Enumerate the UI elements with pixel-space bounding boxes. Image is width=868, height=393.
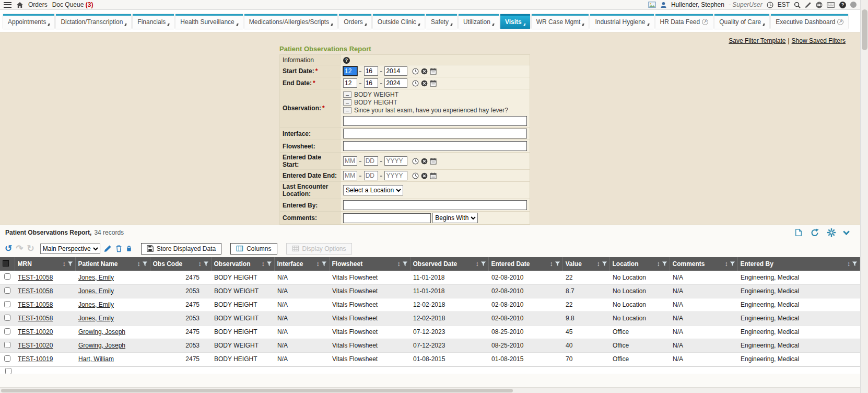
row-checkbox[interactable]	[4, 328, 10, 334]
row-checkbox[interactable]	[4, 355, 10, 362]
lock-icon[interactable]	[126, 245, 132, 252]
remove-observation-button[interactable]: –	[343, 99, 351, 106]
filter-icon[interactable]	[68, 261, 73, 267]
tab-dictation-transcription[interactable]: Dictation/Transcription	[56, 14, 131, 29]
filter-icon[interactable]	[322, 261, 326, 267]
entered-by-input[interactable]	[343, 200, 527, 210]
delete-perspective-icon[interactable]	[115, 245, 122, 252]
calendar-icon[interactable]	[430, 158, 437, 165]
time-picker-icon[interactable]	[412, 68, 419, 75]
filter-icon[interactable]	[403, 261, 407, 267]
column-header[interactable]: MRN ↕	[15, 257, 75, 271]
tab-executive-dashboard[interactable]: Executive Dashboard↗	[771, 14, 848, 29]
time-picker-icon[interactable]	[412, 172, 419, 179]
tab-medications-allergies-scripts[interactable]: Medications/Allergies/Scripts	[244, 14, 337, 29]
mrn-link[interactable]: TEST-10058	[18, 274, 53, 281]
tab-safety[interactable]: Safety	[426, 14, 457, 29]
column-header[interactable]: Entered By ↕	[737, 257, 860, 271]
calendar-icon[interactable]	[430, 68, 437, 75]
row-checkbox[interactable]	[4, 342, 10, 348]
row-checkbox[interactable]	[4, 287, 10, 294]
tab-visits[interactable]: Visits	[500, 14, 530, 29]
perspective-select[interactable]: Main Perspective	[40, 244, 100, 254]
show-saved-filters-link[interactable]: Show Saved Filters	[792, 37, 846, 44]
help-icon[interactable]: ?	[839, 2, 846, 8]
form-help-icon[interactable]: ?	[343, 57, 350, 64]
observation-search-input[interactable]	[343, 116, 527, 126]
column-header[interactable]: Value ↕	[562, 257, 609, 271]
sort-icon[interactable]: ↕	[657, 260, 660, 268]
row-checkbox[interactable]	[4, 315, 10, 321]
column-header[interactable]: Flowsheet ↕	[329, 257, 410, 271]
column-header[interactable]: Comments ↕	[670, 257, 737, 271]
mrn-link[interactable]: TEST-10019	[18, 355, 53, 363]
column-header[interactable]: Entered Date ↕	[488, 257, 562, 271]
sort-icon[interactable]: ↕	[137, 260, 140, 268]
collapse-chevron-icon[interactable]	[843, 228, 850, 235]
sort-icon[interactable]: ↕	[550, 260, 553, 268]
save-filter-template-link[interactable]: Save Filter Template	[729, 37, 785, 44]
topbar-doc-queue-menu[interactable]: Doc Queue (3)	[52, 1, 93, 8]
interface-input[interactable]	[343, 129, 527, 138]
hamburger-menu-icon[interactable]	[4, 2, 11, 8]
topbar-orders-menu[interactable]: Orders	[28, 1, 48, 8]
globe-icon[interactable]	[816, 2, 823, 8]
home-icon[interactable]	[16, 2, 24, 8]
entered-date-end-year-input[interactable]	[384, 171, 407, 180]
mrn-link[interactable]: TEST-10020	[18, 342, 53, 349]
sort-icon[interactable]: ↕	[597, 260, 600, 268]
end-date-month-input[interactable]	[343, 78, 357, 88]
filter-icon[interactable]	[555, 261, 560, 267]
tab-health-surveillance[interactable]: Health Surveillance	[175, 14, 242, 29]
sort-icon[interactable]: ↕	[476, 260, 479, 268]
mrn-link[interactable]: TEST-10058	[18, 315, 53, 322]
patient-name-link[interactable]: Hart, William	[78, 355, 114, 363]
sort-icon[interactable]: ↕	[198, 260, 202, 268]
comments-match-select[interactable]: Begins With	[432, 213, 478, 223]
sort-icon[interactable]: ↕	[725, 260, 728, 268]
entered-date-start-year-input[interactable]	[384, 156, 407, 166]
column-header[interactable]: Obs Code ↕	[150, 257, 211, 271]
tab-industrial-hygiene[interactable]: Industrial Hygiene	[590, 14, 653, 29]
tab-wr-case-mgmt[interactable]: WR Case Mgmt	[532, 14, 589, 29]
gear-icon[interactable]	[827, 228, 836, 237]
filter-icon[interactable]	[204, 261, 208, 267]
mrn-link[interactable]: TEST-10058	[18, 287, 53, 295]
refresh-icon[interactable]	[811, 228, 819, 237]
location-select[interactable]: Select a Location	[343, 185, 403, 195]
undo-icon[interactable]: ↺	[5, 244, 12, 253]
patient-name-link[interactable]: Growing, Joseph	[78, 342, 125, 349]
search-icon[interactable]	[794, 2, 801, 8]
remove-observation-button[interactable]: –	[343, 91, 351, 98]
edit-perspective-icon[interactable]	[104, 245, 112, 252]
entered-date-end-month-input[interactable]	[343, 171, 357, 180]
image-icon[interactable]	[648, 2, 656, 8]
patient-name-link[interactable]: Growing, Joseph	[78, 328, 125, 336]
end-date-day-input[interactable]	[364, 78, 378, 88]
row-checkbox[interactable]	[5, 368, 11, 374]
sort-icon[interactable]: ↕	[63, 260, 66, 268]
pencil-icon[interactable]	[805, 2, 812, 8]
new-document-icon[interactable]	[795, 228, 802, 237]
start-date-month-input[interactable]	[343, 66, 357, 76]
column-header[interactable]: Observed Date ↕	[410, 257, 488, 271]
vertical-scrollbar-thumb[interactable]	[862, 9, 867, 50]
user-name[interactable]: Hullender, Stephen	[671, 1, 724, 8]
sort-icon[interactable]: ↕	[262, 260, 265, 268]
mrn-link[interactable]: TEST-10058	[18, 301, 53, 308]
sort-icon[interactable]: ↕	[847, 260, 850, 268]
clear-date-icon[interactable]	[421, 68, 428, 75]
tab-hr-data-feed[interactable]: HR Data Feed↗	[655, 14, 713, 29]
clear-date-icon[interactable]	[421, 172, 428, 179]
end-date-year-input[interactable]	[384, 78, 407, 88]
tab-utilization[interactable]: Utilization	[459, 14, 499, 29]
patient-name-link[interactable]: Jones, Emily	[78, 301, 114, 308]
filter-icon[interactable]	[662, 261, 667, 267]
row-checkbox[interactable]	[4, 301, 10, 307]
sort-icon[interactable]: ↕	[316, 260, 320, 268]
column-header[interactable]: Location ↕	[609, 257, 670, 271]
horizontal-scrollbar-thumb[interactable]	[1, 389, 513, 392]
clear-date-icon[interactable]	[421, 158, 428, 165]
filter-icon[interactable]	[852, 261, 857, 267]
column-header[interactable]: Interface ↕	[274, 257, 329, 271]
